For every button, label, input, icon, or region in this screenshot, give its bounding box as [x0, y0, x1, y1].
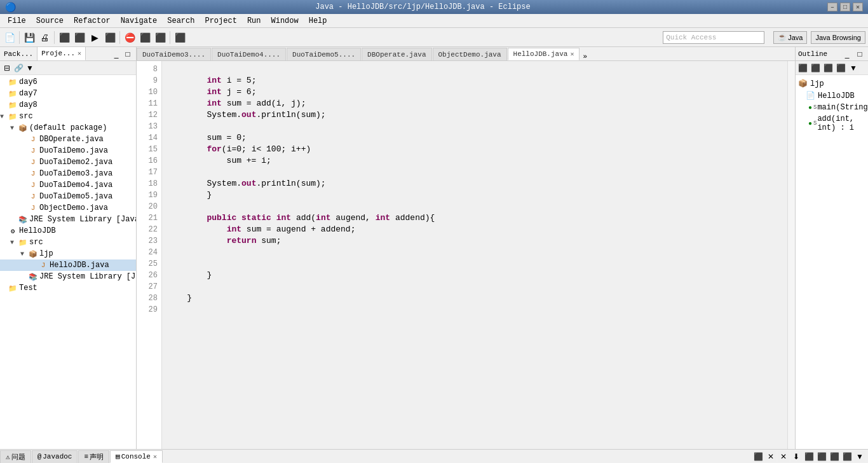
outline-method-main[interactable]: ● S main(String[])	[798, 102, 865, 113]
editor-tab-hellojdbjava[interactable]: HelloJDB.java✕	[508, 48, 580, 60]
tree-item-jresystemlibraryjavase18[interactable]: 📚JRE System Library [JavaSE-1.8]	[0, 214, 136, 225]
outline-package-icon: 📦	[798, 79, 808, 88]
maximize-button[interactable]: □	[840, 3, 850, 11]
menu-item-navigate[interactable]: Navigate	[116, 15, 163, 27]
tree-item-hellojdbjava[interactable]: JHelloJDB.java	[0, 259, 136, 271]
menu-item-project[interactable]: Project	[200, 15, 241, 27]
console-stop-button[interactable]: ⬛	[752, 451, 764, 462]
java-browsing-button[interactable]: Java Browsing	[811, 31, 865, 44]
tree-item-duotaidemo5java[interactable]: JDuoTaiDemo5.java	[0, 191, 136, 202]
title-bar: 🔵 Java - HelloJDB/src/ljp/HelloJDB.java …	[0, 0, 868, 14]
outline-toolbar: ⬛ ⬛ ⬛ ⬛ ▼	[796, 61, 868, 75]
outline-max-button[interactable]: □	[854, 48, 865, 60]
toolbar-btn-7[interactable]: ⛔	[123, 31, 137, 45]
tree-label: HelloJDB.java	[50, 261, 109, 270]
console-scroll-button[interactable]: ⬇	[790, 451, 802, 462]
menu-item-window[interactable]: Window	[266, 15, 304, 27]
menu-item-refactor[interactable]: Refactor	[69, 15, 116, 27]
code-editor[interactable]: 8910111213141516171819202122232425262728…	[137, 61, 795, 449]
line-number: 8	[139, 64, 158, 75]
tree-item-day6[interactable]: 📁day6	[0, 76, 136, 88]
tree-item-duotaidemo2java[interactable]: JDuoTaiDemo2.java	[0, 156, 136, 168]
javadoc-tab[interactable]: @ Javadoc	[32, 450, 78, 463]
editor-tab-duotaidemo4[interactable]: DuoTaiDemo4....	[212, 48, 286, 60]
project-tab-close[interactable]: ✕	[78, 50, 81, 57]
menu-item-source[interactable]: Source	[31, 15, 69, 27]
tree-item-day8[interactable]: 📁day8	[0, 99, 136, 111]
tree-item-duotaidemo4java[interactable]: JDuoTaiDemo4.java	[0, 179, 136, 191]
outline-method-add[interactable]: ● S add(int, int) : i	[798, 113, 865, 134]
toolbar-btn-3[interactable]: ⬛	[57, 31, 71, 45]
tree-item-jresystemlibraryjavase18[interactable]: 📚JRE System Library [JavaSE-1.8]	[0, 271, 136, 282]
outline-toolbar-btn-1[interactable]: ⬛	[797, 62, 808, 74]
close-button[interactable]: ✕	[853, 3, 863, 11]
toolbar-btn-8[interactable]: ⬛	[138, 31, 152, 45]
tree-item-test[interactable]: 📁Test	[0, 282, 136, 294]
tree-item-hellojdb[interactable]: ⚙HelloJDB	[0, 225, 136, 237]
problems-tab[interactable]: ⚠ 问题	[0, 450, 31, 463]
menu-item-help[interactable]: Help	[304, 15, 332, 27]
bottom-tabs: ⚠ 问题 @ Javadoc ≡ 声明 ▤ Console ✕ ⬛ ✕ ✕ ⬇ …	[0, 450, 868, 463]
project-explorer-tab[interactable]: Proje... ✕	[37, 47, 86, 60]
console-btn-5[interactable]: ▼	[854, 451, 865, 462]
tree-item-duotaidemo3java[interactable]: JDuoTaiDemo3.java	[0, 168, 136, 179]
outline-toolbar-btn-3[interactable]: ⬛	[822, 62, 834, 74]
menu-item-search[interactable]: Search	[162, 15, 200, 27]
outline-toolbar-btn-5[interactable]: ▼	[848, 62, 859, 74]
editor-tab-objectdemojava[interactable]: ObjectDemo.java	[433, 48, 507, 60]
editor-tab-duotaidemo5[interactable]: DuoTaiDemo5....	[287, 48, 361, 60]
outline-class-item[interactable]: 📄 HelloJDB	[798, 90, 865, 102]
tree-item-ljp[interactable]: ▼📦ljp	[0, 248, 136, 259]
menu-item-run[interactable]: Run	[242, 15, 266, 27]
minimize-button[interactable]: –	[827, 3, 837, 11]
code-content[interactable]: int i = 5; int j = 6; int sum = add(i, j…	[162, 61, 787, 449]
tree-item-src[interactable]: ▼📁src	[0, 111, 136, 122]
toolbar: 📄 💾 🖨 ⬛ ⬛ ▶ ⬛ ⛔ ⬛ ⬛ ⬛ Quick Access ☕ Jav…	[0, 28, 868, 47]
declaration-tab[interactable]: ≡ 声明	[78, 450, 109, 463]
outline-package-item[interactable]: 📦 ljp	[798, 78, 865, 90]
window-title: Java - HelloJDB/src/ljp/HelloJDB.java - …	[18, 3, 827, 11]
editor-tab-overflow[interactable]: »	[580, 53, 590, 60]
tree-item-src[interactable]: ▼📁src	[0, 237, 136, 248]
java-perspective-button[interactable]: ☕ Java	[773, 31, 807, 44]
save-button[interactable]: 💾	[22, 31, 36, 45]
max-left-button[interactable]: □	[122, 48, 133, 60]
console-btn-4[interactable]: ⬛	[841, 451, 853, 462]
outline-toolbar-btn-4[interactable]: ⬛	[835, 62, 846, 74]
quick-access-input[interactable]: Quick Access	[663, 31, 764, 44]
new-button[interactable]: 📄	[3, 31, 17, 45]
outline-toolbar-btn-2[interactable]: ⬛	[810, 62, 821, 74]
outline-min-button[interactable]: _	[841, 48, 853, 60]
tree-item-objectdemojava[interactable]: JObjectDemo.java	[0, 202, 136, 214]
console-btn-3[interactable]: ⬛	[829, 451, 840, 462]
link-editor-button[interactable]: 🔗	[13, 62, 24, 74]
print-button[interactable]: 🖨	[37, 31, 51, 45]
console-clear-button[interactable]: ✕	[765, 451, 776, 462]
collapse-all-button[interactable]: ⊟	[1, 62, 13, 74]
console-close-button[interactable]: ✕	[778, 451, 789, 462]
toolbar-btn-9[interactable]: ⬛	[153, 31, 167, 45]
toolbar-btn-6[interactable]: ⬛	[103, 31, 117, 45]
tree-item-day7[interactable]: 📁day7	[0, 88, 136, 99]
menu-item-file[interactable]: File	[3, 15, 31, 27]
toolbar-btn-10[interactable]: ⬛	[173, 31, 187, 45]
tree-item-defaultpackage[interactable]: ▼📦(default package)	[0, 122, 136, 134]
tree-item-dboperatejava[interactable]: JDBOperate.java	[0, 134, 136, 145]
line-number: 11	[139, 98, 158, 109]
editor-tab-dboperatejava[interactable]: DBOperate.java	[362, 48, 431, 60]
editor-scrollbar[interactable]	[787, 61, 795, 449]
view-menu-button[interactable]: ▼	[24, 62, 36, 74]
console-tab-close[interactable]: ✕	[153, 453, 157, 460]
editor-tab-duotaidemo3[interactable]: DuoTaiDemo3....	[137, 48, 211, 60]
tree-item-duotaidemojava[interactable]: JDuoTaiDemo.java	[0, 145, 136, 156]
min-left-button[interactable]: _	[111, 48, 122, 60]
console-btn-2[interactable]: ⬛	[816, 451, 827, 462]
editor-tab-close[interactable]: ✕	[570, 50, 574, 58]
toolbar-btn-5[interactable]: ▶	[88, 31, 102, 45]
toolbar-btn-4[interactable]: ⬛	[72, 31, 86, 45]
quick-access-label: Quick Access	[666, 34, 716, 41]
console-btn-1[interactable]: ⬛	[803, 451, 815, 462]
package-explorer-tab[interactable]: Pack...	[0, 47, 37, 60]
console-tab[interactable]: ▤ Console ✕	[110, 450, 163, 463]
code-line: System.out.println(sum);	[167, 178, 782, 190]
